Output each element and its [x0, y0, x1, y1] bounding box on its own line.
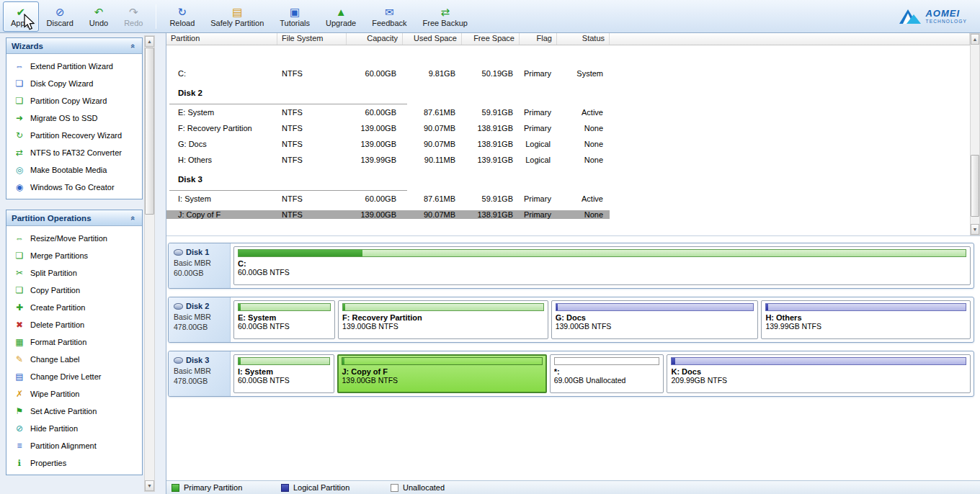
collapse-up-icon[interactable]: «: [128, 41, 138, 51]
properties-icon: ℹ: [14, 458, 24, 468]
tutorials-button[interactable]: ▣Tutorials: [272, 1, 318, 32]
copy-partition-icon: ❏: [14, 285, 24, 295]
disk-group-header: Disk 3: [166, 168, 980, 191]
undo-button[interactable]: ↶Undo: [81, 1, 116, 32]
table-row-i-system[interactable]: I: SystemNTFS60.00GB87.61MB59.91GBPrimar…: [166, 191, 980, 207]
sidebar-item-properties[interactable]: ℹProperties: [6, 454, 142, 472]
partition-block-unallocated[interactable]: *:69.00GB Unallocated: [550, 354, 664, 393]
partition-block-e-system[interactable]: E: System60.00GB NTFS: [233, 300, 335, 339]
sidebar-item-extend-partition-wizard[interactable]: ⇔Extend Partition Wizard: [6, 58, 142, 75]
free-backup-button[interactable]: ⇄Free Backup: [415, 1, 476, 32]
reload-label: Reload: [169, 19, 195, 27]
disk-name: Disk 2: [186, 301, 209, 312]
sidebar-item-change-label[interactable]: ✎Change Label: [6, 351, 142, 368]
column-header-free-space[interactable]: Free Space: [462, 33, 520, 45]
disk-name: Disk 3: [186, 355, 209, 366]
brand-text: AOMEI TECHNOLOGY: [925, 9, 967, 24]
used-space-fill: [239, 250, 362, 256]
brand: AOMEI TECHNOLOGY: [899, 8, 977, 25]
table-row-f-recovery-partition[interactable]: F: Recovery PartitionNTFS139.00GB90.07MB…: [166, 120, 980, 136]
column-header-partition[interactable]: Partition: [166, 33, 277, 45]
sidebar-item-split-partition[interactable]: ✂Split Partition: [6, 264, 142, 282]
sidebar-scrollbar[interactable]: ▲ ▼: [144, 35, 155, 492]
partition-block-g-docs[interactable]: G: Docs139.00GB NTFS: [551, 300, 759, 339]
discard-button[interactable]: ⊘Discard: [39, 1, 81, 32]
usage-bar: [556, 303, 754, 311]
table-scrollbar[interactable]: ▲ ▼: [970, 33, 980, 235]
partition-block-c[interactable]: C:60.00GB NTFS: [233, 246, 971, 285]
safely-partition-icon: ▤: [232, 6, 242, 18]
column-header-flag[interactable]: Flag: [520, 33, 557, 45]
sidebar-item-label: Migrate OS to SSD: [30, 114, 98, 122]
table-row-g-docs[interactable]: G: DocsNTFS139.00GB90.07MB138.91GBLogica…: [166, 136, 980, 152]
sidebar-item-resize-move-partition[interactable]: ⇔Resize/Move Partition: [6, 230, 142, 247]
partition-block-j-copy-of-f[interactable]: J: Copy of F139.00GB NTFS: [337, 354, 546, 393]
table-row-c[interactable]: C:NTFS60.00GB9.81GB50.19GBPrimarySystem: [166, 66, 980, 81]
sidebar-item-wipe-partition[interactable]: ✗Wipe Partition: [6, 385, 142, 403]
sidebar-item-label: Format Partition: [30, 338, 86, 346]
sidebar-item-partition-alignment[interactable]: ≡Partition Alignment: [6, 437, 142, 454]
upgrade-button[interactable]: ▲Upgrade: [318, 1, 364, 32]
scroll-up-icon[interactable]: ▲: [971, 34, 979, 45]
column-header-status[interactable]: Status: [557, 33, 610, 45]
sidebar-item-make-bootable-media[interactable]: ◎Make Bootable Media: [6, 161, 142, 179]
sidebar-item-migrate-os-to-ssd[interactable]: ➜Migrate OS to SSD: [6, 109, 142, 127]
sidebar-item-delete-partition[interactable]: ✖Delete Partition: [6, 316, 142, 333]
feedback-button[interactable]: ✉Feedback: [364, 1, 414, 32]
sidebar-item-create-partition[interactable]: ✚Create Partition: [6, 299, 142, 316]
scroll-down-icon[interactable]: ▼: [145, 480, 154, 491]
column-header-used-space[interactable]: Used Space: [403, 33, 462, 45]
usage-bar: [238, 249, 966, 257]
wizards-items: ⇔Extend Partition Wizard❏Disk Copy Wizar…: [6, 54, 142, 199]
legend: Primary PartitionLogical PartitionUnallo…: [166, 480, 980, 494]
sidebar-item-set-active-partition[interactable]: ⚑Set Active Partition: [6, 403, 142, 420]
scroll-up-icon[interactable]: ▲: [145, 36, 154, 47]
sidebar-item-change-drive-letter[interactable]: ▤Change Drive Letter: [6, 368, 142, 385]
free-backup-icon: ⇄: [440, 6, 450, 18]
safely-partition-button[interactable]: ▤Safely Partition: [202, 1, 272, 32]
sidebar-item-copy-partition[interactable]: ❏Copy Partition: [6, 282, 142, 299]
bootable-media-icon: ◎: [14, 165, 24, 175]
sidebar-item-label: Hide Partition: [30, 424, 78, 433]
sidebar-item-label: Properties: [30, 459, 66, 467]
partition-label: K: Docs: [671, 367, 966, 376]
sidebar-scrollbar-thumb[interactable]: [145, 48, 154, 215]
sidebar-item-label: Wipe Partition: [30, 390, 79, 398]
partition-block-h-others[interactable]: H: Others139.99GB NTFS: [761, 300, 971, 339]
table-row-j-copy-of-f[interactable]: J: Copy of FNTFS139.00GB90.07MB138.91GBP…: [166, 207, 980, 223]
partition-operations-panel-header[interactable]: Partition Operations «: [6, 210, 142, 226]
collapse-up-icon[interactable]: «: [128, 213, 138, 223]
apply-button[interactable]: ✔Apply: [3, 1, 39, 32]
toolbar: ✔Apply⊘Discard↶Undo↷Redo↻Reload▤Safely P…: [0, 0, 980, 33]
disk-info: Disk 2Basic MBR478.00GB: [169, 297, 231, 342]
sidebar-item-disk-copy-wizard[interactable]: ❏Disk Copy Wizard: [6, 75, 142, 92]
sidebar-item-windows-to-go-creator[interactable]: ◉Windows To Go Creator: [6, 179, 142, 196]
disk-panel-2: Disk 2Basic MBR478.00GBE: System60.00GB …: [168, 297, 974, 343]
used-space-fill: [343, 304, 345, 310]
table-row-h-others[interactable]: H: OthersNTFS139.99GB90.11MB139.91GBLogi…: [166, 152, 980, 168]
column-header-capacity[interactable]: Capacity: [347, 33, 403, 45]
sidebar-item-partition-recovery-wizard[interactable]: ↻Partition Recovery Wizard: [6, 127, 142, 144]
migrate-os-icon: ➜: [14, 113, 24, 123]
column-header-file-system[interactable]: File System: [277, 33, 347, 45]
upgrade-icon: ▲: [336, 6, 347, 18]
scroll-down-icon[interactable]: ▼: [971, 224, 979, 235]
sidebar-item-hide-partition[interactable]: ⊘Hide Partition: [6, 420, 142, 437]
sidebar-item-partition-copy-wizard[interactable]: ❏Partition Copy Wizard: [6, 92, 142, 109]
feedback-icon: ✉: [385, 6, 394, 18]
reload-button[interactable]: ↻Reload: [161, 1, 202, 32]
wizards-panel-header[interactable]: Wizards «: [6, 38, 142, 54]
partition-block-i-system[interactable]: I: System60.00GB NTFS: [233, 354, 334, 393]
sidebar-item-merge-partitions[interactable]: ❏Merge Partitions: [6, 247, 142, 264]
table-scrollbar-thumb[interactable]: [971, 155, 979, 217]
discard-icon: ⊘: [55, 6, 65, 18]
discard-label: Discard: [47, 19, 74, 27]
table-row-e-system[interactable]: E: SystemNTFS60.00GB87.61MB59.91GBPrimar…: [166, 104, 980, 120]
partition-block-k-docs[interactable]: K: Docs209.99GB NTFS: [667, 354, 971, 393]
redo-button[interactable]: ↷Redo: [116, 1, 151, 32]
sidebar-item-format-partition[interactable]: ▦Format Partition: [6, 333, 142, 351]
legend-swatch-logical-icon: [281, 484, 289, 492]
sidebar-item-ntfs-to-fat32-converter[interactable]: ⇄NTFS to FAT32 Converter: [6, 144, 142, 161]
partition-block-f-recovery-partition[interactable]: F: Recovery Partition139.00GB NTFS: [338, 300, 548, 339]
table-body: C:NTFS60.00GB9.81GB50.19GBPrimarySystemD…: [166, 45, 980, 223]
